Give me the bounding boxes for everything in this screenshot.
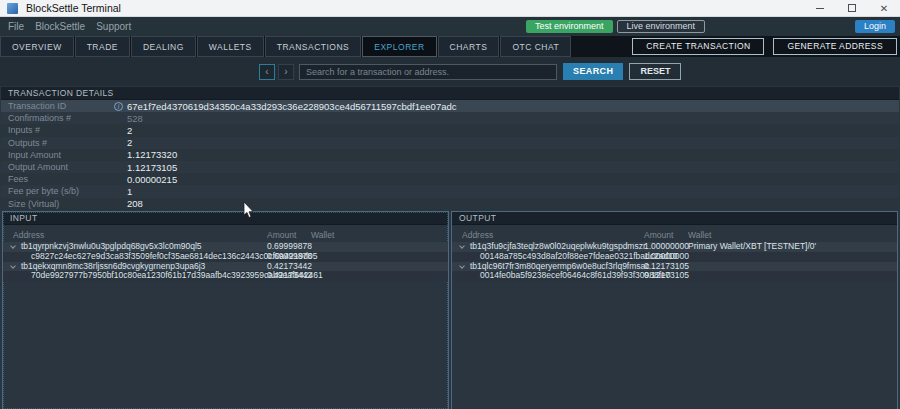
detail-row-inputs-count: Inputs # 2 — [1, 124, 899, 136]
history-forward-button[interactable]: › — [278, 64, 294, 80]
title-bar: BlockSettle Terminal ✕ — [0, 0, 900, 17]
login-button[interactable]: Login — [855, 20, 895, 33]
outputs-count-value: 2 — [127, 137, 132, 148]
environment-toggle: Test environment Live environment — [526, 20, 705, 33]
create-transaction-button[interactable]: CREATE TRANSACTION — [632, 38, 764, 55]
table-row[interactable]: 0014fe0ba5f9238ecef06464c8f61d39f93f3098… — [452, 271, 897, 281]
amount-cell: 0.42173442 — [267, 271, 312, 281]
transaction-id-value: 67e1f7ed4370619d34350c4a33d293c36e228903… — [127, 101, 456, 112]
window-title: BlockSettle Terminal — [26, 2, 121, 14]
detail-row-input-amount: Input Amount 1.12173320 — [1, 149, 899, 161]
history-back-button[interactable]: ‹ — [259, 64, 275, 80]
detail-label: Fee per byte (s/b) — [1, 186, 114, 196]
detail-row-fee-per-byte: Fee per byte (s/b) 1 — [1, 185, 899, 197]
tab-transactions[interactable]: TRANSACTIONS — [265, 36, 362, 57]
output-panel: OUTPUT Address Amount Wallet tb1q3fu9cjf… — [451, 211, 898, 409]
detail-label: Output Amount — [1, 162, 114, 172]
expand-icon[interactable] — [10, 263, 16, 269]
tab-explorer[interactable]: EXPLORER — [362, 36, 436, 57]
detail-row-outputs-count: Outputs # 2 — [1, 137, 899, 149]
expand-icon[interactable] — [459, 243, 465, 249]
input-amount-value: 1.12173320 — [127, 149, 177, 160]
tab-charts[interactable]: CHARTS — [438, 36, 500, 57]
detail-row-output-amount: Output Amount 1.12173105 — [1, 161, 899, 173]
size-virtual-value: 208 — [127, 198, 143, 209]
maximize-button[interactable] — [836, 0, 868, 16]
menu-blocksettle[interactable]: BlockSettle — [33, 21, 87, 32]
column-header-address: Address — [462, 230, 493, 240]
main-tab-bar: OVERVIEW TRADE DEALING WALLETS TRANSACTI… — [0, 36, 900, 57]
column-header-amount: Amount — [644, 230, 673, 240]
maximize-icon — [848, 4, 856, 12]
test-environment-button[interactable]: Test environment — [526, 20, 613, 33]
menu-file[interactable]: File — [6, 21, 26, 32]
search-button[interactable]: SEARCH — [563, 63, 623, 80]
detail-label: Confirmations # — [1, 113, 114, 123]
menu-support[interactable]: Support — [94, 21, 133, 32]
fee-per-byte-value: 1 — [127, 186, 132, 197]
chevron-left-icon: ‹ — [265, 66, 268, 77]
fees-value: 0.00000215 — [127, 174, 177, 185]
output-panel-header: OUTPUT — [452, 212, 897, 225]
column-header-amount: Amount — [267, 230, 296, 240]
explorer-search-bar: ‹ › SEARCH RESET — [0, 57, 900, 86]
detail-label: Input Amount — [1, 150, 114, 160]
detail-label: Transaction ID — [1, 101, 114, 111]
inputs-count-value: 2 — [127, 125, 132, 136]
app-logo-icon — [7, 3, 18, 14]
detail-label: Inputs # — [1, 125, 114, 135]
minimize-button[interactable] — [804, 0, 836, 16]
generate-address-button[interactable]: GENERATE ADDRESS — [773, 38, 897, 55]
transaction-details-grid: Transaction ID i 67e1f7ed4370619d34350c4… — [1, 100, 899, 210]
close-button[interactable]: ✕ — [868, 0, 900, 16]
window-controls: ✕ — [804, 0, 900, 16]
confirmations-value: 528 — [127, 113, 143, 124]
expand-icon[interactable] — [459, 263, 465, 269]
output-amount-value: 1.12173105 — [127, 162, 177, 173]
tab-trade[interactable]: TRADE — [75, 36, 130, 57]
menu-bar: File BlockSettle Support Test environmen… — [0, 17, 900, 36]
tab-bar-actions: CREATE TRANSACTION GENERATE ADDRESS — [623, 36, 897, 57]
minimize-icon — [816, 8, 824, 9]
detail-label: Outputs # — [1, 138, 114, 148]
column-header-wallet: Wallet — [311, 230, 334, 240]
detail-row-size: Size (Virtual) 208 — [1, 198, 899, 210]
tab-wallets[interactable]: WALLETS — [197, 36, 264, 57]
detail-label: Fees — [1, 174, 114, 184]
detail-row-confirmations: Confirmations # 528 — [1, 112, 899, 124]
live-environment-button[interactable]: Live environment — [617, 20, 706, 33]
transaction-details-header: TRANSACTION DETAILS — [1, 87, 899, 100]
detail-row-fees: Fees 0.00000215 — [1, 173, 899, 185]
wallet-cell: Primary Wallet/XBT [TESTNET]/0' — [688, 242, 816, 252]
amount-cell: 0.12173105 — [644, 271, 689, 281]
table-row[interactable]: 70de9927977b7950bf10c80ea1230f61b17d39aa… — [3, 271, 448, 281]
input-panel-header: INPUT — [3, 212, 448, 225]
reset-button[interactable]: RESET — [629, 63, 681, 80]
address-cell: 0014fe0ba5f9238ecef06464c8f61d39f93f3098… — [480, 271, 671, 281]
input-panel: INPUT Address Amount Wallet tb1qyrpnkzvj… — [2, 211, 449, 409]
detail-label: Size (Virtual) — [1, 199, 114, 209]
tab-otc-chat[interactable]: OTC CHAT — [500, 36, 571, 57]
expand-icon[interactable] — [10, 243, 16, 249]
chevron-right-icon: › — [284, 66, 287, 77]
search-input[interactable] — [299, 64, 557, 80]
close-icon: ✕ — [880, 3, 888, 14]
tab-dealing[interactable]: DEALING — [131, 36, 196, 57]
tab-overview[interactable]: OVERVIEW — [0, 36, 74, 57]
detail-row-transaction-id[interactable]: Transaction ID i 67e1f7ed4370619d34350c4… — [1, 100, 899, 112]
blocksettle-terminal-window: { "window": { "title": "BlockSettle Term… — [0, 0, 900, 409]
info-icon[interactable]: i — [114, 102, 123, 111]
column-header-address: Address — [13, 230, 44, 240]
column-header-wallet: Wallet — [688, 230, 711, 240]
